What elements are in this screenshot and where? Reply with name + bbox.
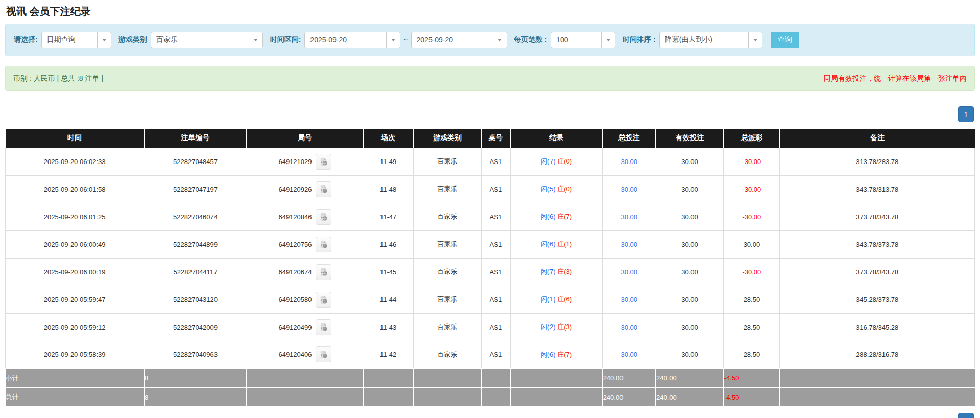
video-replay-button[interactable] — [316, 264, 331, 280]
table-row: 2025-09-20 05:59:47 522827043120 6491205… — [6, 286, 975, 313]
header-round-id: 局号 — [247, 129, 363, 148]
result-player: 闲(2) — [541, 323, 556, 331]
total-payout: -4.50 — [724, 387, 780, 406]
page-size-label: 每页笔数 : — [514, 35, 547, 44]
game-type-select[interactable]: 百家乐 — [151, 32, 263, 48]
chevron-down-icon — [601, 32, 615, 48]
page-1-button[interactable]: 1 — [958, 413, 974, 418]
cell-payout: 28.50 — [724, 341, 780, 368]
total-bet-link[interactable]: 30.00 — [621, 185, 638, 193]
result-banker: 庄(1) — [557, 240, 572, 248]
date-to-select[interactable]: 2025-09-20 — [411, 32, 507, 48]
cell-payout: 30.00 — [724, 230, 780, 258]
cell-round-id: 649120580 — [247, 286, 363, 313]
cell-session: 11-42 — [363, 341, 414, 368]
video-replay-button[interactable] — [316, 292, 331, 308]
page-1-button[interactable]: 1 — [958, 106, 974, 122]
cell-payout: -30.00 — [724, 148, 780, 175]
cell-payout: 28.50 — [724, 286, 780, 313]
cell-total-bet: 30.00 — [603, 341, 656, 368]
cell-time: 2025-09-20 05:59:12 — [6, 313, 144, 341]
table-header-row: 时间 注单编号 局号 场次 游戏类别 桌号 结果 总投注 有效投注 总派彩 备注 — [6, 129, 975, 148]
cell-valid-bet: 30.00 — [656, 258, 724, 286]
cell-game-type: 百家乐 — [414, 175, 482, 203]
video-file-icon — [319, 240, 328, 249]
table-row: 2025-09-20 06:00:49 522827044899 6491207… — [6, 230, 975, 258]
pagination-top: 1 — [5, 106, 974, 122]
video-replay-button[interactable] — [316, 209, 331, 225]
cell-round-id: 649120406 — [247, 341, 363, 368]
query-type-select[interactable]: 日期查询 — [41, 32, 111, 48]
cell-bet-id: 522827043120 — [144, 286, 247, 313]
chevron-down-icon — [386, 32, 400, 48]
table-row: 2025-09-20 05:59:12 522827042009 6491204… — [6, 313, 975, 341]
result-player: 闲(7) — [541, 268, 556, 275]
cell-result: 闲(7) 庄(0) — [510, 148, 602, 175]
cell-result: 闲(1) 庄(6) — [510, 286, 602, 313]
video-replay-button[interactable] — [316, 181, 331, 197]
cell-session: 11-47 — [363, 203, 414, 230]
total-bet-link[interactable]: 30.00 — [621, 296, 638, 304]
total-bet-link[interactable]: 30.00 — [621, 241, 638, 248]
total-total-bet: 240.00 — [603, 387, 656, 406]
total-bet-link[interactable]: 30.00 — [621, 351, 638, 358]
cell-table-no: AS1 — [481, 203, 510, 230]
time-range-label: 时间区间: — [270, 35, 301, 44]
date-from-select[interactable]: 2025-09-20 — [304, 32, 400, 48]
cell-game-type: 百家乐 — [414, 313, 482, 341]
table-body: 2025-09-20 06:02:33 522827048457 6491210… — [6, 148, 975, 368]
cell-round-id: 649120846 — [247, 203, 363, 230]
cell-bet-id: 522827044117 — [144, 258, 247, 286]
date-to-value: 2025-09-20 — [412, 36, 459, 44]
cell-game-type: 百家乐 — [414, 286, 482, 313]
cell-result: 闲(5) 庄(0) — [510, 175, 602, 203]
cell-remark: 316.78/345.28 — [780, 313, 975, 341]
cell-total-bet: 30.00 — [603, 203, 656, 230]
video-replay-button[interactable] — [316, 319, 331, 335]
query-button[interactable]: 查询 — [771, 32, 799, 48]
result-player: 闲(6) — [541, 240, 556, 248]
cell-remark: 288.28/316.78 — [780, 341, 975, 368]
subtotal-count: 8 — [144, 368, 247, 387]
cell-total-bet: 30.00 — [603, 286, 656, 313]
cell-payout: -30.00 — [724, 258, 780, 286]
total-row: 总计 8 240.00 240.00 -4.50 — [6, 387, 975, 406]
header-time: 时间 — [6, 129, 144, 148]
cell-valid-bet: 30.00 — [656, 203, 724, 230]
page-size-select[interactable]: 100 — [551, 32, 615, 48]
cell-time: 2025-09-20 06:01:58 — [6, 175, 144, 203]
video-file-icon — [319, 350, 328, 359]
sort-select[interactable]: 降冪(由大到小) — [659, 32, 762, 48]
cell-table-no: AS1 — [481, 148, 510, 175]
total-bet-link[interactable]: 30.00 — [621, 323, 638, 331]
pagination-bottom: 1 — [5, 413, 974, 418]
bet-records-table: 时间 注单编号 局号 场次 游戏类别 桌号 结果 总投注 有效投注 总派彩 备注… — [5, 129, 975, 406]
video-replay-button[interactable] — [316, 154, 331, 170]
result-player: 闲(6) — [541, 351, 556, 358]
video-replay-button[interactable] — [316, 237, 331, 252]
game-type-label: 游戏类别 — [118, 35, 147, 44]
cell-time: 2025-09-20 06:01:25 — [6, 203, 144, 230]
cell-valid-bet: 30.00 — [656, 148, 724, 175]
cell-table-no: AS1 — [481, 341, 510, 368]
cell-result: 闲(2) 庄(3) — [510, 313, 602, 341]
cell-session: 11-48 — [363, 175, 414, 203]
total-bet-link[interactable]: 30.00 — [621, 268, 638, 276]
cell-valid-bet: 30.00 — [656, 175, 724, 203]
total-label: 总计 — [6, 387, 144, 406]
total-bet-link[interactable]: 30.00 — [621, 213, 638, 221]
video-file-icon — [319, 157, 328, 166]
cell-table-no: AS1 — [481, 286, 510, 313]
cell-session: 11-43 — [363, 313, 414, 341]
cell-bet-id: 522827046074 — [144, 203, 247, 230]
result-banker: 庄(0) — [557, 157, 572, 165]
summary-bar: 币别 : 人民币 | 总共 :8 注单 | 同局有效投注，统一计算在该局第一张注… — [5, 66, 975, 91]
cell-result: 闲(6) 庄(7) — [510, 203, 602, 230]
video-replay-button[interactable] — [316, 346, 331, 362]
cell-result: 闲(6) 庄(1) — [510, 230, 602, 258]
sort-value: 降冪(由大到小) — [660, 35, 718, 44]
table-row: 2025-09-20 06:02:33 522827048457 6491210… — [6, 148, 975, 175]
total-bet-link[interactable]: 30.00 — [621, 158, 638, 166]
cell-total-bet: 30.00 — [603, 230, 656, 258]
result-player: 闲(1) — [541, 295, 556, 303]
